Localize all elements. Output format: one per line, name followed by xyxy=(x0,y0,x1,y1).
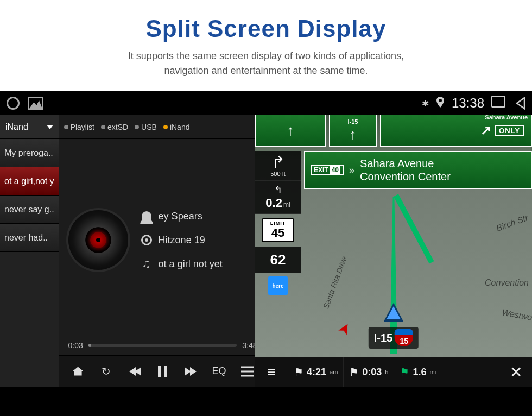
back-icon[interactable] xyxy=(515,97,525,110)
skip-next-icon xyxy=(186,367,197,376)
close-icon: ✕ xyxy=(510,364,522,381)
lane-sign-left: ↑ xyxy=(255,115,326,147)
source-tab-inand[interactable]: iNand xyxy=(163,123,190,131)
device-screenshot: ✱ 13:38 iNand My preroga.. ot a girl,not… xyxy=(0,91,532,416)
street-label: Convention xyxy=(485,278,529,288)
pause-icon xyxy=(158,366,167,377)
source-tab-extsd[interactable]: extSD xyxy=(101,123,128,131)
destination-line-2: Convention Center xyxy=(360,170,451,183)
only-badge: ONLY xyxy=(495,125,524,136)
current-road-badge: I-15 15 xyxy=(369,327,419,349)
track-item[interactable]: ot a girl,not y xyxy=(0,167,59,196)
music-main: Playlist extSD USB iNand ey Spears xyxy=(59,115,267,387)
source-dropdown-label: iNand xyxy=(5,122,28,132)
pause-button[interactable] xyxy=(149,361,177,382)
flag-icon: ⚑ xyxy=(349,365,359,379)
home-icon xyxy=(73,367,84,376)
music-pane: iNand My preroga.. ot a girl,not y never… xyxy=(0,115,255,387)
flag-icon: ⚑ xyxy=(294,365,303,379)
album-icon xyxy=(140,234,153,247)
here-logo-icon: here xyxy=(268,276,288,295)
highway-label: I-15 xyxy=(348,118,358,125)
turn-right-icon: ↱ xyxy=(257,154,299,171)
artist-row: ey Spears xyxy=(140,210,223,223)
gallery-icon[interactable] xyxy=(28,97,43,110)
track-item[interactable]: My preroga.. xyxy=(0,139,59,167)
nav-time-remaining-block[interactable]: ⚑ 0:03h xyxy=(343,357,394,387)
album-name: Hitzone 19 xyxy=(159,235,205,246)
hud-current-speed: 62 xyxy=(255,247,301,273)
destination-banner: EXIT 40 » Sahara Avenue Convention Cente… xyxy=(304,151,532,189)
list-icon xyxy=(241,366,254,377)
exit-badge: EXIT 40 xyxy=(311,165,344,175)
progress-row: 0:03 3:48 xyxy=(59,341,267,355)
hud-next-turn: ↱ 500 ft xyxy=(255,151,301,181)
chevron-down-icon xyxy=(47,125,53,129)
repeat-button[interactable]: ↻ xyxy=(92,361,121,382)
track-row: ♫ ot a girl not yet xyxy=(140,257,223,270)
source-tab-usb[interactable]: USB xyxy=(135,123,157,131)
watermark: Seicane xyxy=(0,396,532,413)
source-dropdown[interactable]: iNand xyxy=(0,115,59,139)
flag-icon: ⚑ xyxy=(400,365,409,379)
previous-button[interactable] xyxy=(121,361,149,382)
status-bar: ✱ 13:38 xyxy=(0,91,532,115)
playlist-sidebar: iNand My preroga.. ot a girl,not y never… xyxy=(0,115,59,387)
menu-icon: ≡ xyxy=(267,364,275,380)
eq-button[interactable]: EQ xyxy=(205,361,233,382)
arrow-up-icon: ↑ xyxy=(287,122,294,139)
multitask-icon[interactable] xyxy=(492,97,504,107)
player-controls: ↻ EQ xyxy=(59,355,267,387)
clock: 13:38 xyxy=(452,96,484,111)
lane-sign-right: Sahara Avenue ↗ ONLY xyxy=(380,115,532,147)
lane-sign-mid: I-15 ↑ xyxy=(329,115,377,147)
chevron-right-icon: » xyxy=(349,165,354,176)
nav-bottom-bar: ≡ ⚑ 4:21am ⚑ 0:03h ⚑ 1.6mi ✕ xyxy=(255,357,532,387)
track-item[interactable]: never had.. xyxy=(0,224,59,252)
bluetooth-icon: ✱ xyxy=(422,98,429,109)
sign-street-label: Sahara Avenue xyxy=(485,115,528,121)
navigation-pane[interactable]: ↑ I-15 ↑ Sahara Avenue ↗ ONLY EXIT 40 » … xyxy=(255,115,532,387)
skip-previous-icon xyxy=(129,367,140,376)
now-playing: ey Spears Hitzone 19 ♫ ot a girl not yet xyxy=(59,139,267,341)
source-tabs: Playlist extSD USB iNand xyxy=(59,115,267,139)
progress-bar[interactable] xyxy=(88,344,237,347)
subtitle-line-1: It supports the same screen display of t… xyxy=(0,49,532,64)
arrow-up-right-icon: ↗ xyxy=(480,123,491,138)
recent-apps-icon[interactable] xyxy=(7,97,20,110)
album-row: Hitzone 19 xyxy=(140,234,223,247)
arrow-up-icon: ↑ xyxy=(350,126,357,143)
track-item[interactable]: never say g.. xyxy=(0,196,59,224)
artist-name: ey Spears xyxy=(159,211,202,222)
home-button[interactable] xyxy=(64,361,92,382)
interstate-shield-icon: 15 xyxy=(395,329,413,346)
vehicle-cursor-icon xyxy=(384,303,403,322)
track-name: ot a girl not yet xyxy=(159,259,223,270)
track-icon: ♫ xyxy=(140,257,153,270)
album-art-disc[interactable] xyxy=(68,210,128,270)
nav-hud: ↱ 500 ft ↰ 0.2mi LIMIT 45 62 here xyxy=(255,151,301,299)
page-title: Split Screen Display xyxy=(0,15,532,42)
nav-distance-block[interactable]: ⚑ 1.6mi xyxy=(394,357,441,387)
elapsed-time: 0:03 xyxy=(68,341,83,350)
nav-close-button[interactable]: ✕ xyxy=(499,363,532,381)
nav-eta-block[interactable]: ⚑ 4:21am xyxy=(288,357,343,387)
turn-left-icon: ↰ xyxy=(257,184,299,196)
repeat-icon: ↻ xyxy=(102,365,111,378)
destination-line-1: Sahara Avenue xyxy=(360,157,451,170)
page-subtitle: It supports the same screen display of t… xyxy=(0,49,532,78)
nav-menu-button[interactable]: ≡ xyxy=(255,364,288,381)
hud-following-turn: ↰ 0.2mi xyxy=(255,181,301,214)
source-tab-playlist[interactable]: Playlist xyxy=(64,123,94,131)
location-icon xyxy=(436,97,444,110)
progress-fill xyxy=(88,344,91,347)
subtitle-line-2: navigation and entertainment at the same… xyxy=(0,64,532,78)
next-button[interactable] xyxy=(177,361,205,382)
artist-icon xyxy=(140,210,153,223)
hud-speed-limit: LIMIT 45 xyxy=(255,214,301,247)
